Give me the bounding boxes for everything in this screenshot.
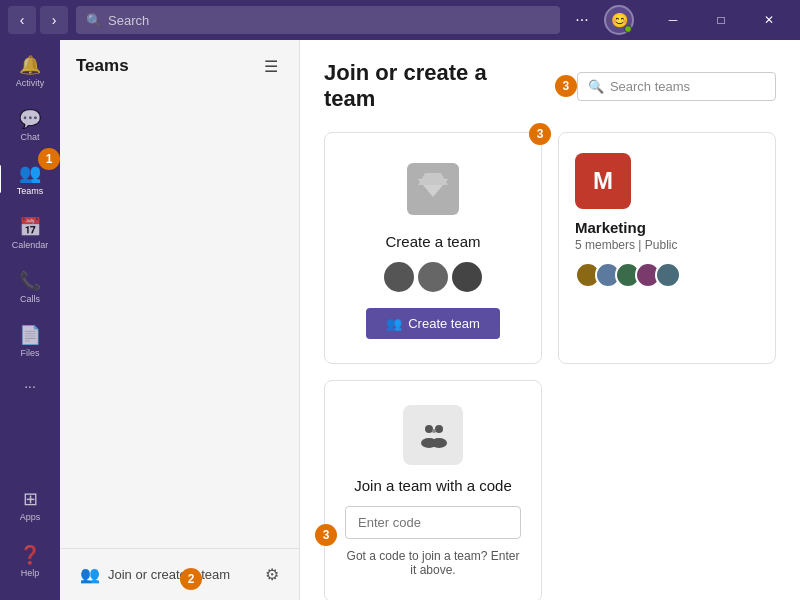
join-team-icon-wrapper — [403, 405, 463, 465]
marketing-avatar: M — [575, 153, 631, 209]
sidebar-filter-button[interactable]: ☰ — [259, 54, 283, 78]
apps-icon: ⊞ — [23, 488, 38, 510]
nav-label-calls: Calls — [20, 294, 40, 304]
nav-item-calendar[interactable]: 📅 Calendar — [6, 208, 54, 258]
avatar-row — [384, 262, 482, 292]
teams-icon: 👥 — [19, 162, 41, 184]
forward-button[interactable]: › — [40, 6, 68, 34]
svg-point-4 — [435, 425, 443, 433]
member-5 — [655, 262, 681, 288]
manage-teams-button[interactable]: ⚙ — [261, 561, 283, 588]
main-header: Join or create a team 3 🔍 — [324, 60, 776, 112]
svg-point-7 — [432, 429, 436, 433]
sidebar-title: Teams — [76, 56, 129, 76]
presence-indicator — [624, 25, 632, 33]
maximize-button[interactable]: □ — [698, 6, 744, 34]
page-title: Join or create a team — [324, 60, 543, 112]
nav-label-calendar: Calendar — [12, 240, 49, 250]
nav-label-help: Help — [21, 568, 40, 578]
more-options-button[interactable]: ··· — [568, 6, 596, 34]
calls-icon: 📞 — [19, 270, 41, 292]
nav-label-files: Files — [20, 348, 39, 358]
cards-grid: 3 Create a team 👥 — [324, 132, 776, 600]
search-icon: 🔍 — [86, 13, 102, 28]
members-row — [575, 262, 759, 288]
nav-label-chat: Chat — [20, 132, 39, 142]
create-team-btn-label: Create team — [408, 316, 480, 331]
join-team-card: 3 Join a team with a code Got a code to … — [324, 380, 542, 600]
chat-icon: 💬 — [19, 108, 41, 130]
nav-bottom: ⊞ Apps ❓ Help — [6, 478, 54, 596]
join-create-icon: 👥 — [80, 565, 100, 584]
join-create-team-button[interactable]: 👥 Join or create a team — [76, 559, 234, 590]
search-teams-input[interactable] — [610, 79, 765, 94]
annotation-3-create: 3 — [529, 123, 551, 145]
search-teams-box[interactable]: 🔍 — [577, 72, 776, 101]
sidebar-content — [60, 88, 299, 548]
minimize-button[interactable]: ─ — [650, 6, 696, 34]
create-team-btn-icon: 👥 — [386, 316, 402, 331]
nav-item-help[interactable]: ❓ Help — [6, 536, 54, 586]
left-nav: 🔔 Activity 💬 Chat 👥 Teams 📅 Calendar 📞 C… — [0, 40, 60, 600]
app-body: 🔔 Activity 💬 Chat 👥 Teams 📅 Calendar 📞 C… — [0, 40, 800, 600]
nav-item-files[interactable]: 📄 Files — [6, 316, 54, 366]
back-button[interactable]: ‹ — [8, 6, 36, 34]
user-avatar[interactable]: 😊 — [604, 5, 634, 35]
global-search-bar[interactable]: 🔍 — [76, 6, 560, 34]
nav-label-activity: Activity — [16, 78, 45, 88]
nav-label-apps: Apps — [20, 512, 41, 522]
nav-item-apps[interactable]: ⊞ Apps — [6, 480, 54, 530]
activity-icon: 🔔 — [19, 54, 41, 76]
help-icon: ❓ — [19, 544, 41, 566]
more-dots-icon: ··· — [24, 378, 36, 394]
annotation-2: 2 — [180, 568, 202, 590]
join-create-label: Join or create a team — [108, 567, 230, 582]
avatar-3 — [452, 262, 482, 292]
global-search-input[interactable] — [108, 13, 550, 28]
close-button[interactable]: ✕ — [746, 6, 792, 34]
calendar-icon: 📅 — [19, 216, 41, 238]
avatar-2 — [418, 262, 448, 292]
marketing-card[interactable]: M Marketing 5 members | Public — [558, 132, 776, 364]
enter-code-input[interactable] — [345, 506, 521, 539]
nav-buttons: ‹ › — [8, 6, 68, 34]
create-team-button[interactable]: 👥 Create team — [366, 308, 500, 339]
nav-item-more[interactable]: ··· — [6, 370, 54, 402]
main-content: Join or create a team 3 🔍 3 — [300, 40, 800, 600]
nav-label-teams: Teams — [17, 186, 44, 196]
join-hint: Got a code to join a team? Enter it abov… — [345, 549, 521, 577]
join-team-svg — [417, 419, 449, 451]
nav-item-chat[interactable]: 💬 Chat — [6, 100, 54, 150]
title-bar: ‹ › 🔍 ··· 😊 ─ □ ✕ — [0, 0, 800, 40]
create-team-card: 3 Create a team 👥 — [324, 132, 542, 364]
window-controls: ─ □ ✕ — [650, 6, 792, 34]
search-teams-icon: 🔍 — [588, 79, 604, 94]
sidebar-footer: 👥 Join or create a team ⚙ — [60, 548, 299, 600]
nav-item-activity[interactable]: 🔔 Activity — [6, 46, 54, 96]
annotation-3-title: 3 — [555, 75, 577, 97]
svg-point-6 — [431, 438, 447, 448]
annotation-1: 1 — [38, 148, 60, 170]
create-team-svg — [403, 159, 463, 219]
annotation-3-code: 3 — [315, 524, 337, 546]
create-team-icon-wrapper — [401, 157, 465, 221]
marketing-meta: 5 members | Public — [575, 238, 759, 252]
create-team-title: Create a team — [385, 233, 480, 250]
svg-point-3 — [425, 425, 433, 433]
files-icon: 📄 — [19, 324, 41, 346]
join-team-title: Join a team with a code — [354, 477, 512, 494]
nav-item-calls[interactable]: 📞 Calls — [6, 262, 54, 312]
sidebar: Teams ☰ 👥 Join or create a team ⚙ 2 — [60, 40, 300, 600]
avatar-1 — [384, 262, 414, 292]
marketing-name: Marketing — [575, 219, 759, 236]
sidebar-header: Teams ☰ — [60, 40, 299, 88]
